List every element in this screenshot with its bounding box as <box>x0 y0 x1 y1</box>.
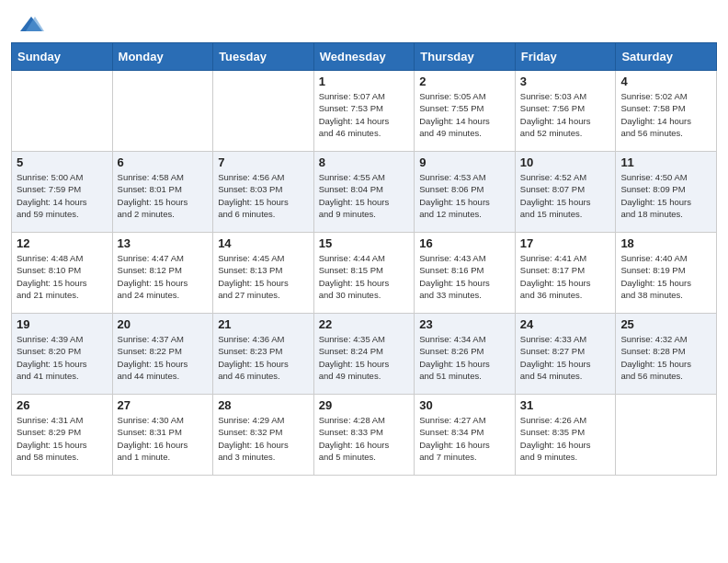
calendar-table: SundayMondayTuesdayWednesdayThursdayFrid… <box>11 42 717 476</box>
day-cell-2: 2Sunrise: 5:05 AM Sunset: 7:55 PM Daylig… <box>415 71 516 152</box>
logo <box>18 15 48 35</box>
day-cell-19: 19Sunrise: 4:39 AM Sunset: 8:20 PM Dayli… <box>12 314 113 395</box>
day-header-thursday: Thursday <box>415 43 516 71</box>
day-cell-23: 23Sunrise: 4:34 AM Sunset: 8:26 PM Dayli… <box>415 314 516 395</box>
day-cell-17: 17Sunrise: 4:41 AM Sunset: 8:17 PM Dayli… <box>515 233 616 314</box>
day-number: 16 <box>419 236 510 250</box>
day-cell-21: 21Sunrise: 4:36 AM Sunset: 8:23 PM Dayli… <box>213 314 314 395</box>
day-cell-25: 25Sunrise: 4:32 AM Sunset: 8:28 PM Dayli… <box>616 314 717 395</box>
cell-info: Sunrise: 4:45 AM Sunset: 8:13 PM Dayligh… <box>218 252 309 301</box>
day-cell-24: 24Sunrise: 4:33 AM Sunset: 8:27 PM Dayli… <box>515 314 616 395</box>
cell-info: Sunrise: 4:47 AM Sunset: 8:12 PM Dayligh… <box>118 252 209 301</box>
cell-info: Sunrise: 5:02 AM Sunset: 7:58 PM Dayligh… <box>620 90 711 139</box>
day-cell-30: 30Sunrise: 4:27 AM Sunset: 8:34 PM Dayli… <box>415 395 516 476</box>
day-cell-5: 5Sunrise: 5:00 AM Sunset: 7:59 PM Daylig… <box>12 152 113 233</box>
cell-info: Sunrise: 4:30 AM Sunset: 8:31 PM Dayligh… <box>118 414 209 463</box>
day-number: 1 <box>319 75 410 88</box>
day-number: 13 <box>118 236 209 250</box>
day-cell-6: 6Sunrise: 4:58 AM Sunset: 8:01 PM Daylig… <box>112 152 213 233</box>
cell-info: Sunrise: 4:29 AM Sunset: 8:32 PM Dayligh… <box>218 414 309 463</box>
cell-info: Sunrise: 4:36 AM Sunset: 8:23 PM Dayligh… <box>218 333 309 382</box>
day-cell-1: 1Sunrise: 5:07 AM Sunset: 7:53 PM Daylig… <box>313 71 415 152</box>
day-number: 14 <box>218 236 309 250</box>
day-number: 23 <box>419 317 510 331</box>
day-number: 19 <box>17 317 108 331</box>
day-cell-29: 29Sunrise: 4:28 AM Sunset: 8:33 PM Dayli… <box>313 395 415 476</box>
day-number: 24 <box>520 317 611 331</box>
cell-info: Sunrise: 4:58 AM Sunset: 8:01 PM Dayligh… <box>118 171 209 220</box>
day-number: 12 <box>17 236 108 250</box>
page-header <box>0 0 728 42</box>
day-number: 17 <box>520 236 611 250</box>
day-number: 4 <box>620 75 711 88</box>
day-number: 10 <box>520 155 611 169</box>
day-cell-13: 13Sunrise: 4:47 AM Sunset: 8:12 PM Dayli… <box>112 233 213 314</box>
cell-info: Sunrise: 4:43 AM Sunset: 8:16 PM Dayligh… <box>419 252 510 301</box>
day-number: 27 <box>118 398 209 412</box>
day-number: 6 <box>118 155 209 169</box>
day-header-saturday: Saturday <box>616 43 717 71</box>
day-header-monday: Monday <box>112 43 213 71</box>
empty-cell <box>213 71 314 152</box>
day-number: 28 <box>218 398 309 412</box>
day-number: 8 <box>319 155 410 169</box>
day-number: 30 <box>419 398 510 412</box>
day-number: 20 <box>118 317 209 331</box>
week-row-1: 1Sunrise: 5:07 AM Sunset: 7:53 PM Daylig… <box>12 71 717 152</box>
day-header-tuesday: Tuesday <box>213 43 314 71</box>
day-number: 21 <box>218 317 309 331</box>
day-cell-26: 26Sunrise: 4:31 AM Sunset: 8:29 PM Dayli… <box>12 395 113 476</box>
day-header-wednesday: Wednesday <box>313 43 415 71</box>
cell-info: Sunrise: 4:56 AM Sunset: 8:03 PM Dayligh… <box>218 171 309 220</box>
week-row-3: 12Sunrise: 4:48 AM Sunset: 8:10 PM Dayli… <box>12 233 717 314</box>
cell-info: Sunrise: 4:48 AM Sunset: 8:10 PM Dayligh… <box>17 252 108 301</box>
cell-info: Sunrise: 4:44 AM Sunset: 8:15 PM Dayligh… <box>319 252 410 301</box>
day-number: 31 <box>520 398 611 412</box>
day-header-friday: Friday <box>515 43 616 71</box>
day-cell-15: 15Sunrise: 4:44 AM Sunset: 8:15 PM Dayli… <box>313 233 415 314</box>
cell-info: Sunrise: 5:00 AM Sunset: 7:59 PM Dayligh… <box>17 171 108 220</box>
day-number: 11 <box>620 155 711 169</box>
day-number: 9 <box>419 155 510 169</box>
day-number: 7 <box>218 155 309 169</box>
cell-info: Sunrise: 4:40 AM Sunset: 8:19 PM Dayligh… <box>620 252 711 301</box>
cell-info: Sunrise: 5:07 AM Sunset: 7:53 PM Dayligh… <box>319 90 410 139</box>
day-cell-14: 14Sunrise: 4:45 AM Sunset: 8:13 PM Dayli… <box>213 233 314 314</box>
cell-info: Sunrise: 4:37 AM Sunset: 8:22 PM Dayligh… <box>118 333 209 382</box>
day-cell-7: 7Sunrise: 4:56 AM Sunset: 8:03 PM Daylig… <box>213 152 314 233</box>
day-cell-3: 3Sunrise: 5:03 AM Sunset: 7:56 PM Daylig… <box>515 71 616 152</box>
day-cell-18: 18Sunrise: 4:40 AM Sunset: 8:19 PM Dayli… <box>616 233 717 314</box>
day-number: 2 <box>419 75 510 88</box>
day-cell-16: 16Sunrise: 4:43 AM Sunset: 8:16 PM Dayli… <box>415 233 516 314</box>
day-cell-22: 22Sunrise: 4:35 AM Sunset: 8:24 PM Dayli… <box>313 314 415 395</box>
cell-info: Sunrise: 4:28 AM Sunset: 8:33 PM Dayligh… <box>319 414 410 463</box>
day-header-sunday: Sunday <box>12 43 113 71</box>
day-number: 22 <box>319 317 410 331</box>
cell-info: Sunrise: 4:55 AM Sunset: 8:04 PM Dayligh… <box>319 171 410 220</box>
cell-info: Sunrise: 4:31 AM Sunset: 8:29 PM Dayligh… <box>17 414 108 463</box>
day-cell-28: 28Sunrise: 4:29 AM Sunset: 8:32 PM Dayli… <box>213 395 314 476</box>
day-cell-9: 9Sunrise: 4:53 AM Sunset: 8:06 PM Daylig… <box>415 152 516 233</box>
empty-cell <box>616 395 717 476</box>
calendar-container: SundayMondayTuesdayWednesdayThursdayFrid… <box>0 42 728 487</box>
week-row-5: 26Sunrise: 4:31 AM Sunset: 8:29 PM Dayli… <box>12 395 717 476</box>
day-cell-27: 27Sunrise: 4:30 AM Sunset: 8:31 PM Dayli… <box>112 395 213 476</box>
empty-cell <box>112 71 213 152</box>
cell-info: Sunrise: 4:53 AM Sunset: 8:06 PM Dayligh… <box>419 171 510 220</box>
day-cell-8: 8Sunrise: 4:55 AM Sunset: 8:04 PM Daylig… <box>313 152 415 233</box>
cell-info: Sunrise: 4:26 AM Sunset: 8:35 PM Dayligh… <box>520 414 611 463</box>
cell-info: Sunrise: 5:03 AM Sunset: 7:56 PM Dayligh… <box>520 90 611 139</box>
cell-info: Sunrise: 4:41 AM Sunset: 8:17 PM Dayligh… <box>520 252 611 301</box>
day-number: 15 <box>319 236 410 250</box>
day-number: 25 <box>620 317 711 331</box>
day-cell-12: 12Sunrise: 4:48 AM Sunset: 8:10 PM Dayli… <box>12 233 113 314</box>
day-number: 26 <box>17 398 108 412</box>
header-row: SundayMondayTuesdayWednesdayThursdayFrid… <box>12 43 717 71</box>
day-number: 3 <box>520 75 611 88</box>
week-row-2: 5Sunrise: 5:00 AM Sunset: 7:59 PM Daylig… <box>12 152 717 233</box>
day-number: 29 <box>319 398 410 412</box>
day-cell-11: 11Sunrise: 4:50 AM Sunset: 8:09 PM Dayli… <box>616 152 717 233</box>
day-cell-4: 4Sunrise: 5:02 AM Sunset: 7:58 PM Daylig… <box>616 71 717 152</box>
logo-icon <box>18 15 44 35</box>
day-cell-10: 10Sunrise: 4:52 AM Sunset: 8:07 PM Dayli… <box>515 152 616 233</box>
